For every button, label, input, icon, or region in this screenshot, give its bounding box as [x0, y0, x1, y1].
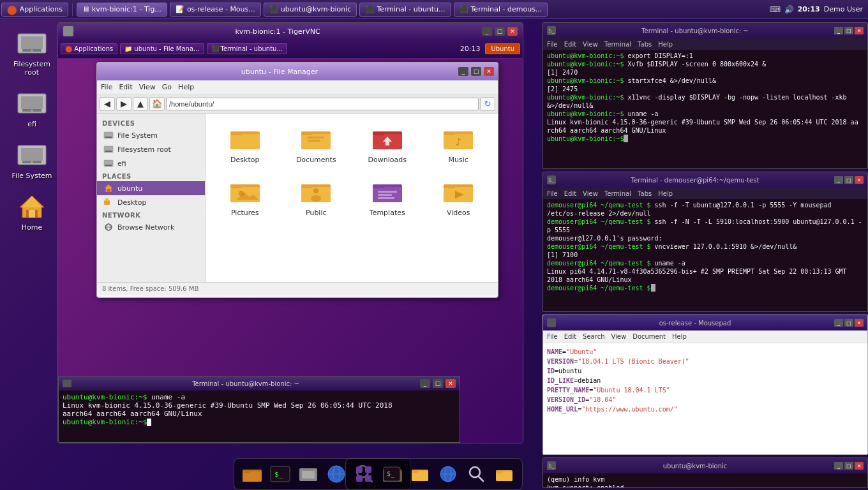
fm-forward-button[interactable]: ▶ [116, 97, 131, 111]
fm-item-templates[interactable]: Templates [354, 173, 421, 221]
file-manager: ubuntu - File Manager _ □ ✕ File Edit Vi… [96, 62, 498, 298]
term-bottom-maximize[interactable]: □ [433, 379, 443, 388]
desktop: ⬤ Applications 🖥 kvm-bionic:1 - Tig... 📝… [0, 0, 868, 490]
taskbar-tab-3[interactable]: ⬛ Terminal - ubuntu... [359, 3, 451, 17]
applications-menu-button[interactable]: ⬤ Applications [1, 3, 68, 17]
mp-title: os-release - Mousepad [558, 320, 832, 327]
vnc-applications-button[interactable]: ⬤ Applications [61, 43, 117, 54]
desktop-icon-file-system[interactable]: File System [6, 137, 57, 182]
fm-item-music[interactable]: ♪ Music [426, 120, 492, 168]
mp-menu-help[interactable]: Help [672, 333, 687, 340]
terminal-1-max[interactable]: □ [844, 27, 853, 34]
mp-menu-search[interactable]: Search [583, 333, 604, 340]
terminal-2-titlebar[interactable]: $_ Terminal - demouser@pi64:~/qemu-test … [543, 172, 867, 188]
fm-item-desktop[interactable]: Desktop [212, 120, 278, 168]
terminal-1-titlebar[interactable]: $_ Terminal - ubuntu@kvm-bionic: ~ _ □ ✕ [543, 23, 867, 38]
desktop-icon-filesystem-root[interactable]: Filesystemroot [6, 26, 57, 79]
fm-minimize-button[interactable]: _ [458, 67, 468, 76]
t1-line-0: ubuntu@kvm-bionic:~$ export DISPLAY=:1 [547, 52, 864, 60]
svg-rect-68 [365, 475, 371, 482]
terminal-1-close[interactable]: ✕ [855, 27, 864, 34]
t1-menu-terminal[interactable]: Terminal [604, 41, 631, 48]
fm-menu-file[interactable]: File [101, 83, 112, 91]
fm-maximize-button[interactable]: □ [471, 67, 481, 76]
taskbar-tab-2[interactable]: ⬛ ubuntu@kvm-bionic [264, 3, 357, 17]
taskbar-tab-4[interactable]: ⬛ Terminal - demous... [454, 3, 548, 17]
mp-menu-edit[interactable]: Edit [564, 333, 576, 340]
t2-menu-view[interactable]: View [583, 190, 598, 197]
term-bottom-close[interactable]: ✕ [445, 379, 456, 388]
vnc-terminal-tab[interactable]: ⬛ Terminal - ubuntu... [207, 43, 287, 54]
fm-menu-view[interactable]: View [139, 83, 156, 91]
fm-location-bar[interactable] [166, 98, 479, 110]
t2-menu-help[interactable]: Help [658, 190, 673, 197]
fm-up-button[interactable]: ▲ [133, 97, 148, 111]
t1-menu-view[interactable]: View [583, 41, 598, 48]
t1-menu-help[interactable]: Help [658, 41, 673, 48]
fm-item-documents[interactable]: Documents [283, 120, 350, 168]
fm-titlebar[interactable]: ubuntu - File Manager _ □ ✕ [97, 63, 498, 80]
t2-menu-terminal[interactable]: Terminal [604, 190, 631, 197]
fm-device-filesystem[interactable]: File System [97, 128, 205, 142]
desktop-icon-home[interactable]: Home [6, 189, 57, 234]
mp-menu-file[interactable]: File [547, 333, 558, 340]
mp-min[interactable]: _ [834, 319, 843, 327]
vnc-ubuntu-button[interactable]: Ubuntu [485, 43, 520, 54]
fm-place-desktop[interactable]: Desktop [97, 195, 205, 209]
bottom-icon-grid[interactable] [351, 461, 377, 487]
svg-rect-25 [105, 198, 108, 201]
fm-browse-network[interactable]: Browse Network [97, 220, 205, 234]
bottom-icon-folder[interactable] [491, 461, 517, 487]
fm-device-filesystem-root[interactable]: Filesystem root [97, 142, 205, 156]
t1-menu-tabs[interactable]: Tabs [638, 41, 652, 48]
vnc-maximize-button[interactable]: □ [495, 27, 505, 36]
bottom-icon-search[interactable] [463, 461, 489, 487]
fm-reload-button[interactable]: ↻ [480, 97, 495, 111]
vnc-minimize-button[interactable]: _ [482, 27, 492, 36]
t2-menu-file[interactable]: File [547, 190, 558, 197]
terminal-2-close[interactable]: ✕ [855, 176, 864, 184]
taskbar-tab-1[interactable]: 📝 os-release - Mous... [170, 3, 261, 17]
t2-menu-tabs[interactable]: Tabs [638, 190, 652, 197]
vnc-file-manager-tab[interactable]: 📁 ubuntu - File Mana... [120, 43, 204, 54]
mp-titlebar[interactable]: os-release - Mousepad _ □ ✕ [543, 315, 867, 330]
bottom-icon-terminal[interactable]: $_ [379, 461, 405, 487]
fm-item-public[interactable]: Public [283, 173, 350, 221]
bottom-icon-globe[interactable] [435, 461, 461, 487]
fm-place-ubuntu[interactable]: ubuntu [97, 181, 205, 195]
vnc-close-button[interactable]: ✕ [507, 27, 518, 36]
term-bottom-titlebar[interactable]: Terminal - ubuntu@kvm-bionic: ~ _ □ ✕ [59, 376, 460, 390]
fm-device-efi[interactable]: efi [97, 156, 205, 170]
fm-item-pictures[interactable]: Pictures [212, 173, 278, 221]
bottom-icon-files[interactable] [407, 461, 433, 487]
fm-body: DEVICES File System Filesystem root [97, 114, 498, 282]
t2-menu-edit[interactable]: Edit [564, 190, 576, 197]
fm-item-videos[interactable]: Videos [426, 173, 492, 221]
taskbar-tab-0[interactable]: 🖥 kvm-bionic:1 - Tig... [77, 3, 167, 17]
fm-menu-edit[interactable]: Edit [119, 83, 132, 91]
fm-menu-help[interactable]: Help [178, 83, 194, 91]
mp-close[interactable]: ✕ [855, 319, 864, 327]
fm-menu-go[interactable]: Go [162, 83, 172, 91]
mp-menu-view[interactable]: View [611, 333, 626, 340]
t1-menu-file[interactable]: File [547, 41, 558, 48]
term-bottom-icon [63, 380, 71, 387]
svg-point-11 [31, 161, 33, 163]
t2-line-4: [1] 7100 [547, 251, 864, 259]
terminal-2-min[interactable]: _ [834, 176, 843, 184]
terminal-1-min[interactable]: _ [834, 27, 843, 34]
fm-back-button[interactable]: ◀ [100, 97, 115, 111]
fm-close-button[interactable]: ✕ [484, 67, 494, 76]
terminal-bottom: Terminal - ubuntu@kvm-bionic: ~ _ □ ✕ ub… [58, 376, 460, 443]
term-bottom-minimize[interactable]: _ [420, 379, 430, 388]
fm-item-downloads[interactable]: Downloads [354, 120, 421, 168]
mp-max[interactable]: □ [844, 319, 853, 327]
mp-menu-document[interactable]: Document [632, 333, 666, 340]
svg-rect-23 [107, 189, 110, 192]
t1-menu-edit[interactable]: Edit [564, 41, 576, 48]
terminal-2-max[interactable]: □ [844, 176, 853, 184]
terminal-1-panel: $_ Terminal - ubuntu@kvm-bionic: ~ _ □ ✕… [542, 22, 868, 169]
fm-home-button[interactable]: 🏠 [149, 97, 165, 111]
vnc-titlebar[interactable]: kvm-bionic:1 - TigerVNC _ □ ✕ [58, 23, 523, 40]
desktop-icon-efi[interactable]: efi [6, 85, 57, 131]
